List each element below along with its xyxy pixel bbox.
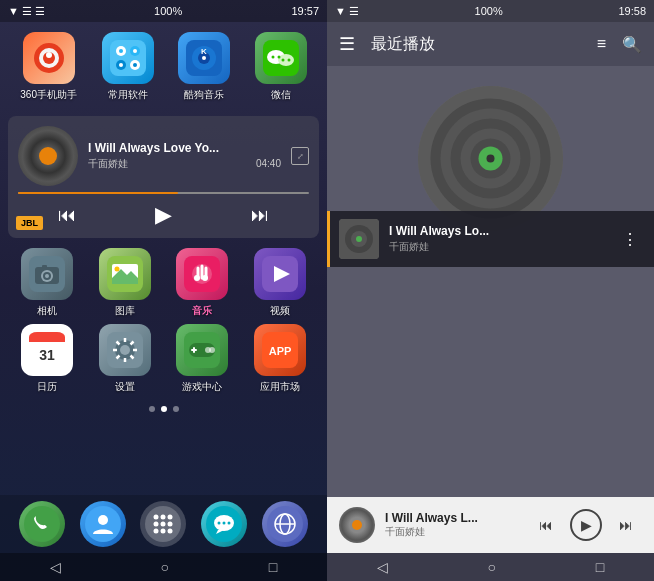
svg-point-12 xyxy=(133,63,137,67)
svg-point-51 xyxy=(209,347,215,353)
song-more-button[interactable]: ⋮ xyxy=(618,226,642,253)
music-time: 04:40 xyxy=(256,158,281,169)
page-dots xyxy=(0,400,327,418)
svg-point-66 xyxy=(154,529,159,534)
svg-rect-53 xyxy=(191,349,197,351)
music-album-art xyxy=(18,126,78,186)
dock-chat-icon xyxy=(201,501,247,547)
svg-point-73 xyxy=(223,522,226,525)
signal-icon-right: ▼ xyxy=(335,5,346,17)
dock-chat[interactable] xyxy=(201,501,247,547)
dock-phone-icon xyxy=(19,501,65,547)
prev-icon: ⏮ xyxy=(539,517,553,533)
svg-point-62 xyxy=(168,515,173,520)
svg-point-37 xyxy=(194,275,200,281)
svg-rect-30 xyxy=(42,265,47,268)
player-artist: 千面娇娃 xyxy=(385,525,520,539)
app-store-icon: APP xyxy=(254,324,306,376)
music-progress-bar[interactable] xyxy=(18,192,309,194)
dock-phone[interactable] xyxy=(19,501,65,547)
play-pause-button[interactable]: ▶ xyxy=(155,202,172,228)
app-calendar[interactable]: 31 日历 xyxy=(21,324,73,394)
app-row-1: 相机 图库 xyxy=(8,248,319,318)
prev-button[interactable]: ⏮ xyxy=(58,205,76,226)
dock-globe[interactable] xyxy=(262,501,308,547)
svg-point-90 xyxy=(356,236,362,242)
app-music2-icon xyxy=(176,248,228,300)
svg-text:K: K xyxy=(201,47,207,56)
svg-point-11 xyxy=(119,63,123,67)
next-button[interactable]: ⏭ xyxy=(251,205,269,226)
status-bar-left: ▼ ☰ ☰ 100% 19:57 xyxy=(0,0,327,22)
jbl-logo: JBL xyxy=(16,216,43,230)
list-view-button[interactable]: ≡ xyxy=(597,35,606,54)
app-video[interactable]: 视频 xyxy=(254,248,306,318)
svg-point-56 xyxy=(24,506,60,542)
home-button-left[interactable]: ○ xyxy=(161,559,169,575)
app-header: ☰ 最近播放 ≡ 🔍 xyxy=(327,22,654,66)
app-music2[interactable]: 音乐 xyxy=(176,248,228,318)
music-widget[interactable]: I Will Always Love Yo... 千面娇娃 04:40 ⤢ ⏮ … xyxy=(8,116,319,238)
recent-button-left[interactable]: □ xyxy=(269,559,277,575)
play-icon: ▶ xyxy=(581,517,592,533)
svg-point-9 xyxy=(119,49,123,53)
app-game[interactable]: 游戏中心 xyxy=(176,324,228,394)
svg-text:31: 31 xyxy=(39,347,55,363)
app-game-label: 游戏中心 xyxy=(182,380,222,394)
dock-contacts[interactable] xyxy=(80,501,126,547)
signal-bars-icon: ☰ xyxy=(35,5,45,18)
svg-point-67 xyxy=(161,529,166,534)
bottom-app-grid: 相机 图库 xyxy=(0,242,327,400)
svg-point-29 xyxy=(45,274,49,278)
status-bar-right: ▼ ☰ 100% 19:58 xyxy=(327,0,654,22)
svg-point-64 xyxy=(161,522,166,527)
status-icons-right: ▼ ☰ xyxy=(335,5,359,18)
svg-text:APP: APP xyxy=(269,345,292,357)
dock-contacts-icon xyxy=(80,501,126,547)
page-dot-3[interactable] xyxy=(173,406,179,412)
dock xyxy=(0,495,327,553)
dock-globe-icon xyxy=(262,501,308,547)
back-button-left[interactable]: ◁ xyxy=(50,559,61,575)
back-button-right[interactable]: ◁ xyxy=(377,559,388,575)
app-store[interactable]: APP 应用市场 xyxy=(254,324,306,394)
app-360[interactable]: 360手机助手 xyxy=(20,32,77,102)
app-wechat[interactable]: 微信 xyxy=(255,32,307,102)
player-info: I Will Always L... 千面娇娃 xyxy=(385,511,520,539)
page-dot-2[interactable] xyxy=(161,406,167,412)
app-wechat-icon xyxy=(255,32,307,84)
battery-status-left: 100% xyxy=(154,5,182,17)
song-info: I Will Always Lo... 千面娇娃 xyxy=(389,224,608,254)
recent-button-right[interactable]: □ xyxy=(596,559,604,575)
app-apps-label: 常用软件 xyxy=(108,88,148,102)
app-settings[interactable]: 设置 xyxy=(99,324,151,394)
app-music[interactable]: K 酷狗音乐 xyxy=(178,32,230,102)
home-button-right[interactable]: ○ xyxy=(488,559,496,575)
song-title: I Will Always Lo... xyxy=(389,224,608,238)
player-controls: ⏮ ▶ ⏭ xyxy=(530,509,642,541)
app-music2-label: 音乐 xyxy=(192,304,212,318)
svg-point-61 xyxy=(161,515,166,520)
app-calendar-label: 日历 xyxy=(37,380,57,394)
music-expand-button[interactable]: ⤢ xyxy=(291,147,309,165)
menu-button[interactable]: ☰ xyxy=(339,33,355,55)
player-prev-button[interactable]: ⏮ xyxy=(530,509,562,541)
signal-icon: ▼ xyxy=(8,5,19,17)
page-dot-1[interactable] xyxy=(149,406,155,412)
song-list-item[interactable]: I Will Always Lo... 千面娇娃 ⋮ xyxy=(327,211,654,267)
dock-grid[interactable] xyxy=(140,501,186,547)
app-gallery[interactable]: 图库 xyxy=(99,248,151,318)
player-play-button[interactable]: ▶ xyxy=(570,509,602,541)
svg-point-74 xyxy=(228,522,231,525)
svg-point-65 xyxy=(168,522,173,527)
player-thumbnail xyxy=(339,507,375,543)
app-apps[interactable]: 常用软件 xyxy=(102,32,154,102)
svg-point-60 xyxy=(154,515,159,520)
app-camera[interactable]: 相机 xyxy=(21,248,73,318)
search-button[interactable]: 🔍 xyxy=(622,35,642,54)
player-thumb-dot xyxy=(352,520,362,530)
vinyl-svg xyxy=(418,86,563,231)
player-next-button[interactable]: ⏭ xyxy=(610,509,642,541)
battery-status-right: 100% xyxy=(475,5,503,17)
svg-point-47 xyxy=(120,345,130,355)
